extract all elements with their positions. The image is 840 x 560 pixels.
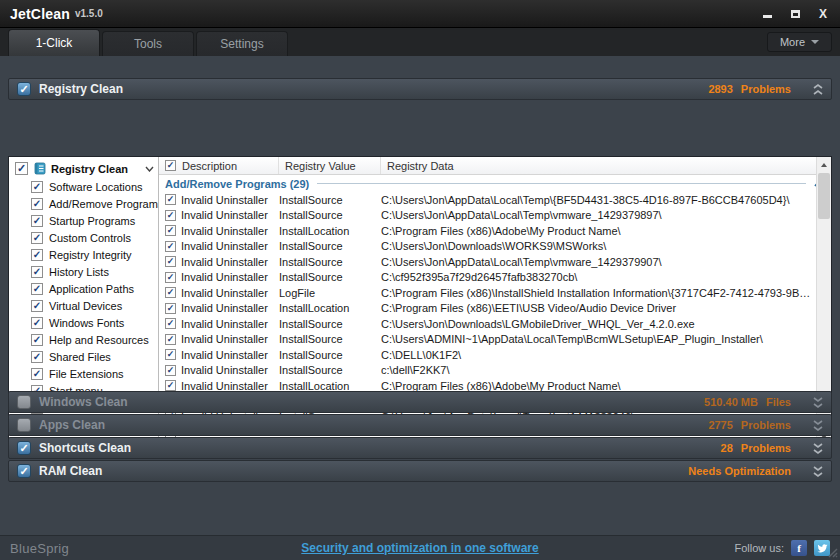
group-header[interactable]: Add/Remove Programs (29) xyxy=(159,175,831,192)
table-row[interactable]: ✓Invalid UninstallerInstallSourceC:\User… xyxy=(159,332,815,348)
twitter-icon[interactable] xyxy=(814,540,830,556)
tab-label: Tools xyxy=(134,37,162,51)
tree-item-checkbox[interactable]: ✓ xyxy=(31,232,43,244)
tab-settings[interactable]: Settings xyxy=(196,31,288,56)
more-button-label: More xyxy=(780,36,805,48)
tree-item-windows-fonts[interactable]: ✓Windows Fonts xyxy=(9,314,158,331)
tree-item-checkbox[interactable]: ✓ xyxy=(31,317,43,329)
registry-clean-checkbox[interactable]: ✓ xyxy=(17,82,31,96)
table-row[interactable]: ✓Invalid UninstallerInstallSourceC:\User… xyxy=(159,254,815,270)
tree-item-software-locations[interactable]: ✓Software Locations xyxy=(9,178,158,195)
table-row[interactable]: ✓Invalid UninstallerInstallSourceC:\User… xyxy=(159,192,815,208)
tree-item-label: Virtual Devices xyxy=(49,300,122,312)
row-checkbox[interactable]: ✓ xyxy=(165,272,176,283)
row-checkbox[interactable]: ✓ xyxy=(165,380,176,391)
tree-item-virtual-devices[interactable]: ✓Virtual Devices xyxy=(9,297,158,314)
table-row[interactable]: ✓Invalid UninstallerInstallSourceC:\cf95… xyxy=(159,270,815,286)
table-row[interactable]: ✓Invalid UninstallerInstallSourceC:\DELL… xyxy=(159,347,815,363)
tree-item-checkbox[interactable]: ✓ xyxy=(31,368,43,380)
tree-item-history-lists[interactable]: ✓History Lists xyxy=(9,263,158,280)
section-shortcuts-clean[interactable]: ✓ Shortcuts Clean 28 Problems xyxy=(8,437,832,459)
tree-item-checkbox[interactable]: ✓ xyxy=(31,181,43,193)
row-checkbox[interactable]: ✓ xyxy=(165,256,176,267)
group-divider xyxy=(317,183,806,184)
cell-registry-data: C:\Users\Jon\AppData\Local\Temp\{BF5D443… xyxy=(381,194,815,206)
row-checkbox[interactable]: ✓ xyxy=(165,225,176,236)
section-apps-clean[interactable]: Apps Clean 2775 Problems xyxy=(8,414,832,436)
row-checkbox[interactable]: ✓ xyxy=(165,303,176,314)
tree-item-checkbox[interactable]: ✓ xyxy=(31,334,43,346)
table-row[interactable]: ✓Invalid UninstallerLogFileC:\Program Fi… xyxy=(159,285,815,301)
section-label: Shortcuts Clean xyxy=(39,441,131,455)
header-registry-data[interactable]: Registry Data xyxy=(381,157,831,174)
tagline-link[interactable]: Security and optimization in one softwar… xyxy=(0,541,840,555)
cell-description: Invalid Uninstaller xyxy=(181,287,272,299)
table-row[interactable]: ✓Invalid UninstallerInstallSourceC:\User… xyxy=(159,316,815,332)
table-row[interactable]: ✓Invalid UninstallerInstallSourceC:\User… xyxy=(159,239,815,255)
cell-registry-data: C:\Program Files (x86)\InstallShield Ins… xyxy=(381,287,815,299)
tree-item-checkbox[interactable]: ✓ xyxy=(31,215,43,227)
section-registry-clean[interactable]: ✓ Registry Clean 2893 Problems xyxy=(8,78,832,100)
scroll-up-button[interactable] xyxy=(817,157,831,172)
shortcuts-clean-checkbox[interactable]: ✓ xyxy=(17,441,31,455)
table-row[interactable]: ✓Invalid UninstallerInstallSourcec:\dell… xyxy=(159,363,815,379)
cell-registry-value: InstallSource xyxy=(279,349,381,361)
tab-tools[interactable]: Tools xyxy=(102,31,194,56)
facebook-icon[interactable]: f xyxy=(791,540,807,556)
tree-item-checkbox[interactable]: ✓ xyxy=(31,283,43,295)
ram-clean-checkbox[interactable]: ✓ xyxy=(17,464,31,478)
select-all-checkbox[interactable]: ✓ xyxy=(165,160,176,171)
tree-item-file-extensions[interactable]: ✓File Extensions xyxy=(9,365,158,382)
table-row[interactable]: ✓Invalid UninstallerInstallLocationC:\Pr… xyxy=(159,223,815,239)
cell-registry-data: C:\Users\Jon\AppData\Local\Temp\vmware_1… xyxy=(381,256,815,268)
minimize-button[interactable] xyxy=(760,8,774,20)
row-checkbox[interactable]: ✓ xyxy=(165,349,176,360)
chevron-down-icon[interactable] xyxy=(145,164,154,174)
row-checkbox[interactable]: ✓ xyxy=(165,287,176,298)
chevron-double-down-icon[interactable] xyxy=(813,466,823,477)
tree-item-help-and-resources[interactable]: ✓Help and Resources xyxy=(9,331,158,348)
row-checkbox[interactable]: ✓ xyxy=(165,334,176,345)
tree-item-shared-files[interactable]: ✓Shared Files xyxy=(9,348,158,365)
tree-item-startup-programs[interactable]: ✓Startup Programs xyxy=(9,212,158,229)
row-checkbox[interactable]: ✓ xyxy=(165,241,176,252)
row-checkbox[interactable]: ✓ xyxy=(165,210,176,221)
section-status: 28 Problems xyxy=(721,442,823,454)
maximize-button[interactable] xyxy=(788,8,802,20)
apps-clean-checkbox[interactable] xyxy=(17,418,31,432)
tree-root-checkbox[interactable]: ✓ xyxy=(15,162,28,175)
tree-item-checkbox[interactable]: ✓ xyxy=(31,249,43,261)
chevron-double-up-icon[interactable] xyxy=(813,84,823,95)
close-button[interactable]: X xyxy=(816,8,830,20)
tree-item-application-paths[interactable]: ✓Application Paths xyxy=(9,280,158,297)
section-ram-clean[interactable]: ✓ RAM Clean Needs Optimization xyxy=(8,460,832,482)
row-checkbox[interactable]: ✓ xyxy=(165,318,176,329)
header-registry-value[interactable]: Registry Value xyxy=(279,157,381,174)
tree-item-add-remove-programs[interactable]: ✓Add/Remove Programs xyxy=(9,195,158,212)
tree-item-checkbox[interactable]: ✓ xyxy=(31,266,43,278)
tree-item-checkbox[interactable]: ✓ xyxy=(31,198,43,210)
cell-registry-data: C:\Program Files (x86)\Adobe\My Product … xyxy=(381,380,815,392)
chevron-double-down-icon[interactable] xyxy=(813,397,823,408)
tree-item-checkbox[interactable]: ✓ xyxy=(31,351,43,363)
header-description[interactable]: ✓ Description xyxy=(159,157,279,174)
section-status: Needs Optimization xyxy=(688,465,823,477)
scrollbar-thumb[interactable] xyxy=(818,173,830,219)
tree-root-registry-clean[interactable]: ✓ Registry Clean xyxy=(9,159,158,178)
tab-1-click[interactable]: 1-Click xyxy=(8,29,100,56)
table-row[interactable]: ✓Invalid UninstallerInstallSourceC:\User… xyxy=(159,208,815,224)
windows-clean-checkbox[interactable] xyxy=(17,395,31,409)
table-row[interactable]: ✓Invalid UninstallerInstallLocationC:\Pr… xyxy=(159,301,815,317)
cell-description: Invalid Uninstaller xyxy=(181,240,272,252)
cell-registry-data: C:\Program Files (x86)\Adobe\My Product … xyxy=(381,225,815,237)
more-button[interactable]: More xyxy=(767,32,832,52)
tree-item-registry-integrity[interactable]: ✓Registry Integrity xyxy=(9,246,158,263)
row-checkbox[interactable]: ✓ xyxy=(165,365,176,376)
row-checkbox[interactable]: ✓ xyxy=(165,194,176,205)
chevron-double-down-icon[interactable] xyxy=(813,443,823,454)
tree-item-custom-controls[interactable]: ✓Custom Controls xyxy=(9,229,158,246)
section-windows-clean[interactable]: Windows Clean 510.40 MB Files xyxy=(8,391,832,413)
tree-item-checkbox[interactable]: ✓ xyxy=(31,300,43,312)
chevron-double-down-icon[interactable] xyxy=(813,420,823,431)
chevron-down-icon xyxy=(811,40,819,44)
